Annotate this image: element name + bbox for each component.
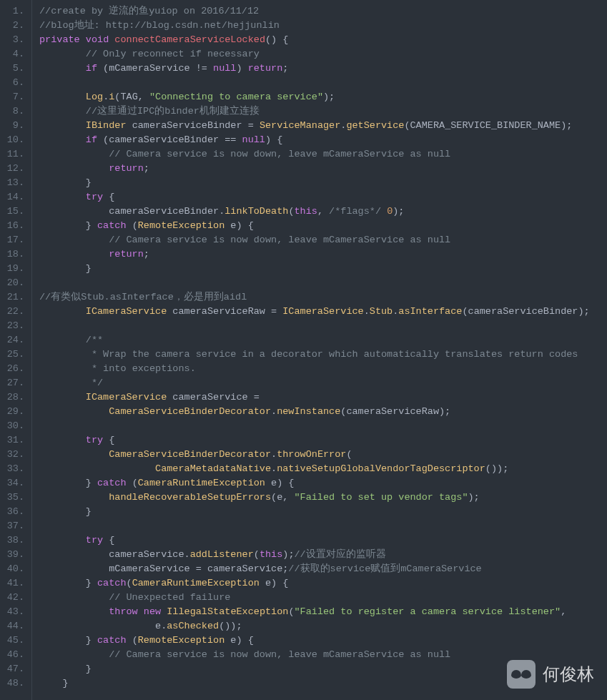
line-number: 8. (0, 104, 24, 119)
line-number: 3. (0, 33, 24, 47)
token: ) { (265, 134, 282, 145)
token (39, 449, 109, 460)
code-line: // Camera service is now down, leave mCa… (39, 147, 607, 162)
token: ; (282, 63, 288, 74)
line-number: 17. (0, 233, 24, 247)
token: (mCameraService (97, 63, 196, 74)
code-area: //create by 逆流的鱼yuiop on 2016/11/12//blo… (32, 0, 607, 700)
token: CameraServiceBinderDecorator (109, 449, 271, 460)
token: ( (288, 606, 294, 617)
token: //有类似Stub.asInterface，必是用到aidl (39, 292, 247, 302)
token (39, 192, 86, 202)
line-number: 33. (0, 462, 24, 476)
code-line: } catch (RemoteException e) { (39, 219, 607, 233)
code-line: //create by 逆流的鱼yuiop on 2016/11/12 (39, 4, 607, 19)
token: connectCameraServiceLocked (114, 34, 265, 45)
token: "Connecting to camera service" (149, 92, 323, 102)
line-number: 21. (0, 290, 24, 305)
token (39, 378, 92, 388)
token (39, 492, 109, 503)
token (39, 463, 155, 474)
token: , (561, 606, 566, 617)
token: CameraRuntimeException (138, 478, 265, 488)
watermark-text: 何俊林 (543, 667, 594, 681)
line-number: 15. (0, 204, 24, 219)
token: * into exceptions. (92, 363, 196, 374)
token: //create by 逆流的鱼yuiop on 2016/11/12 (39, 6, 259, 16)
line-number: 48. (0, 676, 24, 691)
code-line: return; (39, 247, 607, 262)
token: } (39, 678, 69, 689)
token: RemoteException (138, 220, 225, 231)
code-line (39, 519, 607, 533)
token: ( (127, 220, 138, 231)
wechat-icon (507, 660, 536, 689)
token: } (39, 635, 97, 646)
token: try (86, 435, 103, 445)
token: ; (144, 249, 149, 260)
code-line: * into exceptions. (39, 362, 607, 376)
token: } (39, 664, 92, 674)
token: throwOnError (277, 449, 346, 460)
token: (cameraServiceBinder (97, 134, 224, 145)
code-line: // Unexpected failure (39, 591, 607, 605)
line-number: 34. (0, 476, 24, 491)
token: linkToDeath (224, 206, 288, 217)
token: e. (39, 621, 167, 631)
token: // Only reconnect if necessary (86, 49, 260, 59)
token: IBinder (86, 120, 127, 131)
code-line: // Only reconnect if necessary (39, 47, 607, 61)
token: return (109, 249, 144, 260)
token: . (271, 463, 277, 474)
token: catch (97, 220, 127, 231)
line-number: 38. (0, 533, 24, 548)
token: (e, (271, 492, 294, 503)
token: throw (109, 606, 138, 617)
code-line: /** (39, 333, 607, 347)
token (39, 349, 92, 360)
line-number: 16. (0, 219, 24, 233)
code-line: cameraService.addListener(this);//设置对应的监… (39, 548, 607, 562)
token: cameraServiceBinder. (39, 206, 224, 217)
code-line: cameraServiceBinder.linkToDeath(this, /*… (39, 204, 607, 219)
token: ( (127, 478, 138, 488)
token: ); (323, 92, 335, 102)
token (39, 163, 109, 174)
token (39, 649, 109, 660)
token (39, 306, 86, 317)
token (39, 149, 109, 159)
code-line: // Camera service is now down, leave mCa… (39, 233, 607, 247)
line-number: 42. (0, 591, 24, 605)
token: e) { (265, 478, 295, 488)
line-number: 41. (0, 576, 24, 591)
code-line: */ (39, 376, 607, 390)
token: */ (92, 378, 103, 388)
token (39, 392, 86, 403)
token: cameraService. (39, 549, 190, 560)
line-number: 31. (0, 433, 24, 448)
code-line: CameraMetadataNative.nativeSetupGlobalVe… (39, 462, 607, 476)
token: asChecked (167, 621, 219, 631)
token: // Unexpected failure (109, 592, 230, 603)
token: ServiceManager (260, 120, 340, 131)
code-line: IBinder cameraServiceBinder = ServiceMan… (39, 119, 607, 133)
token (39, 406, 109, 417)
line-number: 29. (0, 405, 24, 419)
token: != (196, 63, 207, 74)
token (39, 335, 86, 345)
line-number: 40. (0, 562, 24, 576)
token: ); (468, 492, 480, 503)
token: newInstance (277, 406, 340, 417)
token: /** (86, 335, 103, 345)
code-line: } catch (RemoteException e) { (39, 634, 607, 648)
token: // Camera service is now down, leave mCa… (109, 649, 450, 660)
line-number: 22. (0, 305, 24, 319)
code-line: throw new IllegalStateException("Failed … (39, 605, 607, 619)
token: == (224, 134, 236, 145)
token: catch (97, 578, 127, 588)
token: // Camera service is now down, leave mCa… (109, 149, 450, 159)
line-number: 18. (0, 247, 24, 262)
token (39, 120, 86, 131)
code-line: * Wrap the camera service in a decorator… (39, 347, 607, 362)
token: Log (86, 92, 103, 102)
